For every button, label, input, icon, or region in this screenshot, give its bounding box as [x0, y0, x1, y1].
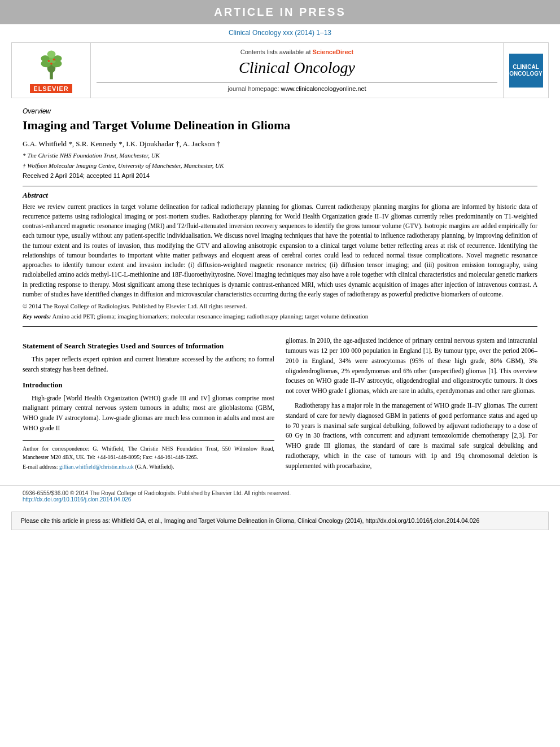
elsevier-logo: ELSEVIER — [29, 48, 74, 93]
footnote-email-address[interactable]: gillian.whitfield@christie.nhs.uk — [59, 464, 134, 470]
citation-box: Please cite this article in press as: Wh… — [11, 512, 549, 531]
article-title: Imaging and Target Volume Delineation in… — [23, 117, 537, 134]
contents-line: Contents lists available at ScienceDirec… — [240, 49, 354, 55]
bottom-strip: 0936-6555/$36.00 © 2014 The Royal Colleg… — [0, 485, 560, 507]
journal-logo-area: CLINICALONCOLOGY — [503, 43, 548, 98]
main-content: Overview Imaging and Target Volume Delin… — [0, 98, 560, 485]
abstract-top-divider — [23, 186, 537, 186]
journal-name-area: Contents lists available at ScienceDirec… — [91, 43, 503, 98]
copyright-line: © 2014 The Royal College of Radiologists… — [23, 303, 537, 309]
sciencedirect-link[interactable]: ScienceDirect — [313, 49, 354, 55]
journal-name: Clinical Oncology — [239, 59, 355, 77]
doi-link[interactable]: http://dx.doi.org/10.1016/j.clon.2014.04… — [23, 496, 131, 503]
header-divider — [97, 82, 497, 83]
journal-header-box: ELSEVIER Contents lists available at Sci… — [11, 42, 549, 98]
search-strategies-para: This paper reflects expert opinion and c… — [23, 355, 274, 375]
abstract-text: Here we review current practices in targ… — [23, 202, 537, 300]
introduction-heading: Introduction — [23, 381, 274, 390]
abstract-section: Abstract Here we review current practice… — [23, 191, 537, 320]
journal-reference: Clinical Oncology xxx (2014) 1–13 — [11, 29, 549, 37]
abstract-title: Abstract — [23, 191, 537, 200]
right-para1: gliomas. In 2010, the age-adjusted incid… — [286, 336, 537, 396]
body-two-col: Statement of Search Strategies Used and … — [23, 336, 537, 476]
affiliation1: * The Christie NHS Foundation Trust, Man… — [23, 152, 537, 159]
authors-line: G.A. Whitfield *, S.R. Kennedy *, I.K. D… — [23, 139, 537, 148]
body-left-col: Statement of Search Strategies Used and … — [23, 336, 274, 476]
footnote-correspondence: Author for correspondence: G. Whitfield,… — [23, 444, 274, 461]
issn-line: 0936-6555/$36.00 © 2014 The Royal Colleg… — [23, 490, 537, 496]
introduction-para: High-grade [World Health Organization (W… — [23, 394, 274, 434]
svg-point-10 — [50, 62, 53, 64]
homepage-line: journal homepage: www.clinicaloncologyon… — [228, 85, 366, 92]
authors-text: G.A. Whitfield *, S.R. Kennedy *, I.K. D… — [23, 139, 220, 148]
footnote-email-person: (G.A. Whitfield). — [135, 464, 174, 470]
svg-point-9 — [53, 58, 55, 60]
svg-point-8 — [47, 60, 50, 62]
received-line: Received 2 April 2014; accepted 11 April… — [23, 172, 537, 179]
elsevier-logo-area: ELSEVIER — [12, 43, 91, 98]
keywords-text: Amino acid PET; glioma; imaging biomarke… — [53, 313, 369, 320]
citation-text: Please cite this article in press as: Wh… — [21, 517, 479, 524]
affiliation2: † Wolfson Molecular Imaging Centre, Univ… — [23, 162, 537, 169]
oncology-logo-text: CLINICALONCOLOGY — [509, 64, 542, 77]
right-para2: Radiotherapy has a major role in the man… — [286, 401, 537, 471]
article-in-press-banner: ARTICLE IN PRESS — [0, 0, 560, 24]
oncology-logo: CLINICALONCOLOGY — [509, 54, 543, 88]
article-section-label: Overview — [23, 107, 537, 115]
search-strategies-heading: Statement of Search Strategies Used and … — [23, 342, 274, 351]
footnote-email-line: E-mail address: gillian.whitfield@christ… — [23, 462, 274, 471]
keywords-label: Key words: — [23, 313, 51, 320]
elsevier-label: ELSEVIER — [30, 84, 72, 93]
footnote-email-label: E-mail address: — [23, 464, 58, 470]
keywords-line: Key words: Amino acid PET; glioma; imagi… — [23, 313, 537, 320]
body-top-divider — [23, 326, 537, 327]
svg-point-7 — [47, 50, 55, 58]
footnote-area: Author for correspondence: G. Whitfield,… — [23, 440, 274, 471]
elsevier-tree-icon — [29, 48, 74, 82]
doi-line: http://dx.doi.org/10.1016/j.clon.2014.04… — [23, 496, 537, 503]
body-right-col: gliomas. In 2010, the age-adjusted incid… — [286, 336, 537, 476]
